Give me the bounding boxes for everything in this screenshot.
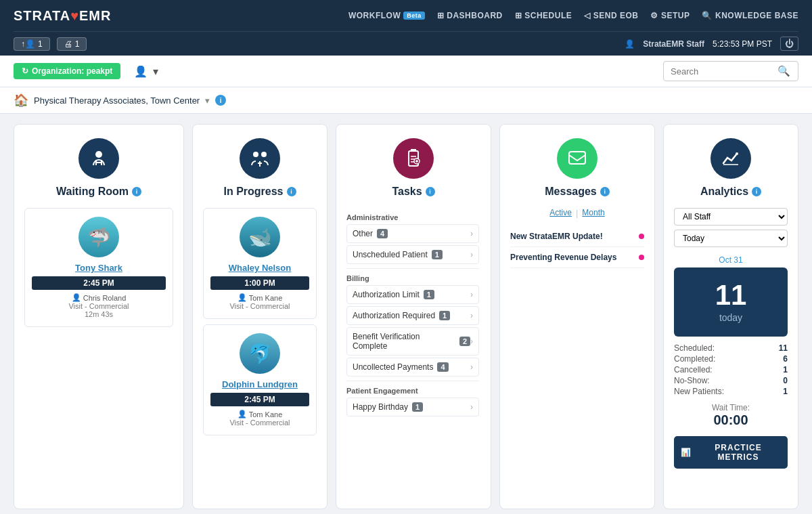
- nav-schedule[interactable]: ⊞ SCHEDULE: [515, 11, 572, 20]
- beta-badge: Beta: [403, 12, 425, 20]
- dropdown-button[interactable]: ▾: [153, 65, 158, 78]
- staff-select[interactable]: All Staff: [674, 208, 788, 226]
- stat-completed: Completed: 6: [674, 354, 788, 364]
- badge2-count: 1: [75, 39, 80, 49]
- messages-tabs: Active | Month: [510, 208, 644, 218]
- patient-name-dolphin[interactable]: Dolphin Lundgren: [210, 379, 309, 389]
- analytics-date: Oct 31: [674, 255, 788, 265]
- search-icon: 🔍: [777, 65, 790, 77]
- patient-time-whaley: 1:00 PM: [210, 276, 309, 290]
- svg-point-7: [413, 150, 414, 151]
- nav-workflow[interactable]: WORKFLOW Beta: [348, 11, 425, 20]
- power-button[interactable]: ⏻: [780, 37, 798, 51]
- stat-new-patients-label: New Patients:: [674, 387, 724, 396]
- wait-time-label: Wait Time:: [674, 403, 788, 412]
- tab-active[interactable]: Active: [549, 208, 572, 218]
- svg-point-4: [253, 152, 258, 157]
- in-progress-card: In Progress i 🐋 Whaley Nelson 1:00 PM 👤 …: [192, 124, 328, 509]
- stat-new-patients: New Patients: 1: [674, 387, 788, 396]
- task-label-other: Other: [353, 229, 373, 238]
- task-row-auth-limit[interactable]: Authorization Limit 1 ›: [346, 285, 479, 304]
- in-progress-patient-card-2: 🐬 Dolphin Lundgren 2:45 PM 👤 Tom Kane Vi…: [203, 324, 317, 435]
- analytics-info-icon[interactable]: i: [752, 187, 761, 196]
- search-input[interactable]: [671, 66, 772, 77]
- period-select[interactable]: Today: [674, 230, 788, 247]
- user-actions: 👤 ▾: [134, 65, 158, 78]
- analytics-count-label: today: [681, 312, 781, 323]
- org-label: Organization: peakpt: [32, 66, 112, 76]
- wait-time-section: Wait Time: 00:00: [674, 403, 788, 428]
- patient-avatar-dolphin: 🐬: [240, 333, 280, 374]
- home-icon[interactable]: 🏠: [14, 93, 28, 108]
- user-name: StrataEMR Staff: [643, 39, 704, 49]
- main-content: Waiting Room i 🦈 Tony Shark 2:45 PM 👤 Ch…: [0, 114, 812, 514]
- nav-knowledge-base[interactable]: 🔍 KNOWLEDGE BASE: [702, 11, 798, 20]
- nav-dashboard[interactable]: ⊞ DASHBOARD: [437, 11, 503, 20]
- tasks-info-icon[interactable]: i: [426, 187, 435, 196]
- top-nav: STRATA♥EMR WORKFLOW Beta ⊞ DASHBOARD ⊞ S…: [0, 0, 812, 56]
- patient-name-whaley[interactable]: Whaley Nelson: [210, 263, 309, 273]
- in-progress-patient-card-1: 🐋 Whaley Nelson 1:00 PM 👤 Tom Kane Visit…: [203, 208, 317, 319]
- task-row-auth-required[interactable]: Authorization Required 1 ›: [346, 306, 479, 325]
- task-count-unscheduled: 1: [432, 250, 443, 259]
- stat-noshow: No-Show: 0: [674, 376, 788, 385]
- task-row-unscheduled[interactable]: Unscheduled Patient 1 ›: [346, 245, 479, 264]
- chevron-right-icon-6: ›: [470, 362, 473, 372]
- location-name: Physical Therapy Associates, Town Center: [34, 95, 200, 106]
- svg-rect-14: [569, 152, 585, 164]
- nav-send-eob[interactable]: ◁ SEND EOB: [584, 11, 638, 20]
- wait-time-tony: 12m 43s: [32, 310, 166, 318]
- messages-title: Messages i: [545, 186, 610, 198]
- analytics-icon: [710, 138, 751, 179]
- in-progress-header: In Progress i: [203, 138, 317, 198]
- in-progress-info-icon[interactable]: i: [287, 187, 296, 196]
- task-row-uncollected[interactable]: Uncollected Payments 4 ›: [346, 358, 479, 377]
- task-row-other[interactable]: Other 4 ›: [346, 224, 479, 243]
- analytics-title: Analytics i: [700, 186, 761, 198]
- analytics-stats: Scheduled: 11 Completed: 6 Cancelled: 1 …: [674, 343, 788, 396]
- add-user-button[interactable]: 👤: [134, 65, 148, 78]
- stat-scheduled-value: 11: [779, 343, 788, 353]
- tasks-scroll[interactable]: Administrative Other 4 › Unscheduled Pat…: [346, 208, 480, 419]
- toolbar-left: ↻ Organization: peakpt 👤 ▾: [14, 63, 158, 79]
- org-button[interactable]: ↻ Organization: peakpt: [14, 63, 120, 79]
- svg-point-5: [261, 152, 267, 157]
- message-row-2[interactable]: Preventing Revenue Delays: [510, 247, 644, 268]
- user-icon: 👤: [625, 39, 635, 49]
- chevron-right-icon-3: ›: [470, 290, 473, 299]
- stat-cancelled-value: 1: [783, 365, 788, 374]
- patient-provider-tony: 👤 Chris Roland: [32, 293, 166, 302]
- patient-name-tony[interactable]: Tony Shark: [32, 263, 166, 273]
- patient-provider-whaley: 👤 Tom Kane: [210, 293, 309, 302]
- knowledge-icon: 🔍: [702, 11, 713, 20]
- patient-time-dolphin: 2:45 PM: [210, 393, 309, 406]
- org-icon: ↻: [22, 66, 28, 76]
- practice-metrics-button[interactable]: 📊 PRACTICE METRICS: [674, 436, 788, 469]
- tab-month[interactable]: Month: [582, 208, 604, 218]
- task-count-benefit: 2: [459, 337, 470, 346]
- workflow-label: WORKFLOW: [348, 11, 401, 20]
- message-dot-1: [639, 234, 644, 239]
- waiting-room-card: Waiting Room i 🦈 Tony Shark 2:45 PM 👤 Ch…: [14, 124, 184, 509]
- user-info: 👤 StrataEMR Staff 5:23:53 PM PST ⏻: [625, 37, 798, 51]
- analytics-header: Analytics i: [674, 138, 788, 198]
- location-info-icon[interactable]: i: [215, 95, 226, 106]
- waiting-room-info-icon[interactable]: i: [132, 187, 141, 196]
- task-row-birthday[interactable]: Happy Birthday 1 ›: [346, 398, 479, 416]
- badge1-count: 1: [38, 39, 43, 49]
- nav-setup[interactable]: ⚙ SETUP: [650, 11, 690, 20]
- stat-scheduled-label: Scheduled:: [674, 343, 715, 353]
- in-progress-title: In Progress i: [223, 186, 296, 198]
- messages-info-icon[interactable]: i: [600, 187, 610, 196]
- waiting-room-header: Waiting Room i: [24, 138, 173, 198]
- chevron-right-icon-7: ›: [470, 402, 473, 412]
- current-time: 5:23:53 PM PST: [713, 39, 772, 49]
- notification-badge-1[interactable]: ↑👤 1: [14, 37, 50, 51]
- task-label-benefit: Benefit Verification Complete: [353, 332, 455, 351]
- analytics-count: 11: [681, 281, 781, 309]
- task-row-benefit-verification[interactable]: Benefit Verification Complete 2 ›: [346, 327, 479, 356]
- message-row-1[interactable]: New StrataEMR Update!: [510, 226, 644, 247]
- notification-badge-2[interactable]: 🖨 1: [57, 37, 87, 51]
- task-count-birthday: 1: [412, 402, 423, 412]
- chevron-right-icon: ›: [470, 229, 473, 238]
